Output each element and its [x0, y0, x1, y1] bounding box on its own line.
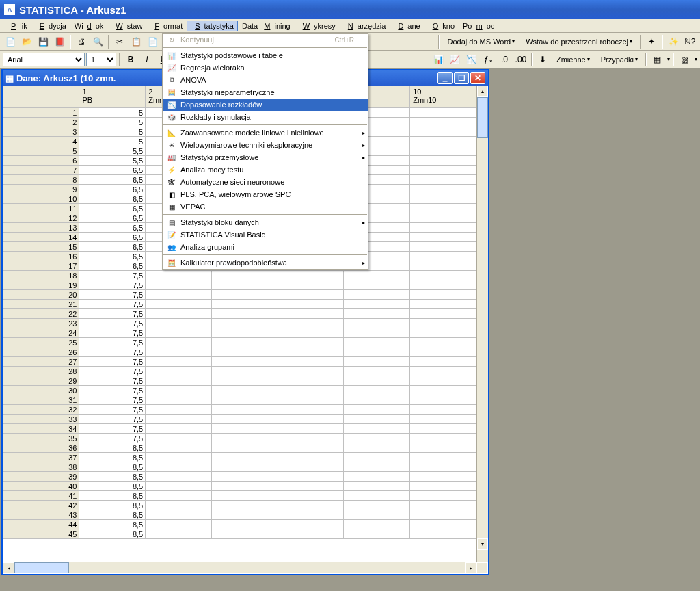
cell[interactable]	[211, 309, 278, 319]
cell[interactable]: 8,5	[79, 520, 146, 529]
menu-item-zaawansowane-modele-liniowe-i-[interactable]: 📐Zaawansowane modele liniowe i nieliniow…	[163, 127, 368, 139]
cell[interactable]: 8,5	[79, 443, 146, 453]
cell[interactable]	[211, 443, 278, 453]
cell[interactable]	[211, 271, 278, 280]
row-header[interactable]: 9	[3, 185, 79, 194]
cell[interactable]	[211, 491, 278, 501]
cell[interactable]	[344, 405, 410, 415]
row-header[interactable]: 27	[3, 357, 79, 367]
cell[interactable]	[211, 482, 278, 491]
column-header[interactable]: 10Zmn10	[410, 86, 476, 108]
cell[interactable]	[344, 386, 410, 395]
cell[interactable]	[410, 204, 476, 213]
cell[interactable]	[410, 309, 476, 319]
cell[interactable]	[146, 482, 212, 491]
menu-item-automatyczne-sieci-neuronowe[interactable]: 🕸Automatyczne sieci neuronowe	[163, 176, 368, 188]
cell[interactable]	[410, 338, 476, 347]
horizontal-scrollbar[interactable]: ◂ ▸	[3, 562, 488, 573]
cell[interactable]	[410, 185, 476, 194]
cell[interactable]	[146, 424, 212, 434]
size-select[interactable]: 1	[86, 53, 116, 66]
menu-format[interactable]: Format	[146, 21, 187, 31]
cell[interactable]	[278, 367, 344, 376]
cell[interactable]	[344, 328, 410, 338]
scroll-up-button[interactable]: ▴	[477, 86, 488, 97]
cell[interactable]	[410, 280, 476, 290]
row-header[interactable]: 31	[3, 395, 79, 405]
cell[interactable]	[410, 357, 476, 367]
cell[interactable]	[410, 386, 476, 395]
cell[interactable]	[211, 501, 278, 510]
row-header[interactable]: 2	[3, 118, 79, 127]
cell[interactable]	[146, 501, 212, 510]
font-select[interactable]: Arial	[3, 53, 85, 66]
cell[interactable]: 8,5	[79, 472, 146, 482]
row-header[interactable]: 34	[3, 424, 79, 434]
row-header[interactable]: 32	[3, 405, 79, 415]
cell[interactable]	[211, 529, 278, 539]
menu-item-analiza-grupami[interactable]: 👥Analiza grupami	[163, 241, 368, 253]
grid2-icon[interactable]: ▨	[677, 52, 692, 67]
cell[interactable]	[410, 415, 476, 424]
column-header[interactable]: 1PB	[79, 86, 146, 108]
row-header[interactable]: 24	[3, 328, 79, 338]
cell[interactable]	[278, 434, 344, 443]
fx-icon[interactable]: ƒₓ	[481, 52, 496, 67]
cell[interactable]	[146, 386, 212, 395]
cell[interactable]: 8,5	[79, 529, 146, 539]
cell[interactable]	[410, 252, 476, 261]
scroll-down-button[interactable]: ▾	[477, 538, 488, 550]
cell[interactable]	[146, 367, 212, 376]
menu-item-rozk-ady-i-symulacja[interactable]: 🎲Rozkłady i symulacja	[163, 111, 368, 123]
cell[interactable]	[344, 271, 410, 280]
cell[interactable]	[146, 300, 212, 309]
cell[interactable]	[344, 501, 410, 510]
cell[interactable]	[278, 424, 344, 434]
cell[interactable]	[410, 462, 476, 472]
cell[interactable]	[211, 367, 278, 376]
cell[interactable]	[278, 309, 344, 319]
cell[interactable]: 6,5	[79, 242, 146, 252]
row-header[interactable]: 38	[3, 462, 79, 472]
scroll-thumb[interactable]	[477, 97, 488, 138]
cell[interactable]	[410, 233, 476, 242]
row-header[interactable]: 37	[3, 453, 79, 462]
cell[interactable]	[278, 529, 344, 539]
cell[interactable]: 6,5	[79, 166, 146, 175]
cell[interactable]	[344, 280, 410, 290]
cell[interactable]: 6,5	[79, 261, 146, 271]
cell[interactable]	[278, 290, 344, 300]
row-header[interactable]: 13	[3, 223, 79, 233]
cell[interactable]	[278, 357, 344, 367]
cell[interactable]	[410, 510, 476, 520]
menu-item-anova[interactable]: ⧉ANOVA	[163, 74, 368, 86]
cell[interactable]	[410, 146, 476, 156]
cell[interactable]: 7,5	[79, 386, 146, 395]
cut-icon[interactable]: ✂	[112, 34, 127, 49]
scroll-thumb[interactable]	[14, 562, 69, 573]
cell[interactable]	[410, 223, 476, 233]
paste-icon[interactable]: 📄	[145, 34, 160, 49]
cell[interactable]: 7,5	[79, 434, 146, 443]
cell[interactable]	[410, 213, 476, 223]
menu-wykresy[interactable]: Wykresy	[295, 21, 340, 31]
cell[interactable]	[410, 328, 476, 338]
cell[interactable]	[211, 290, 278, 300]
cell[interactable]	[344, 424, 410, 434]
cell[interactable]: 6,5	[79, 223, 146, 233]
cell[interactable]: 7,5	[79, 328, 146, 338]
cell[interactable]	[344, 309, 410, 319]
cell[interactable]	[410, 347, 476, 357]
wand-icon[interactable]: ✨	[666, 34, 681, 49]
menu-pomoc[interactable]: Pomoc	[459, 21, 498, 31]
cell[interactable]: 6,5	[79, 252, 146, 261]
cell[interactable]	[146, 520, 212, 529]
cell[interactable]	[344, 453, 410, 462]
row-header[interactable]: 18	[3, 271, 79, 280]
cell[interactable]	[146, 347, 212, 357]
cell[interactable]	[211, 338, 278, 347]
cell[interactable]	[146, 510, 212, 520]
row-header[interactable]: 10	[3, 194, 79, 204]
row-header[interactable]: 7	[3, 166, 79, 175]
cell[interactable]: 6,5	[79, 204, 146, 213]
